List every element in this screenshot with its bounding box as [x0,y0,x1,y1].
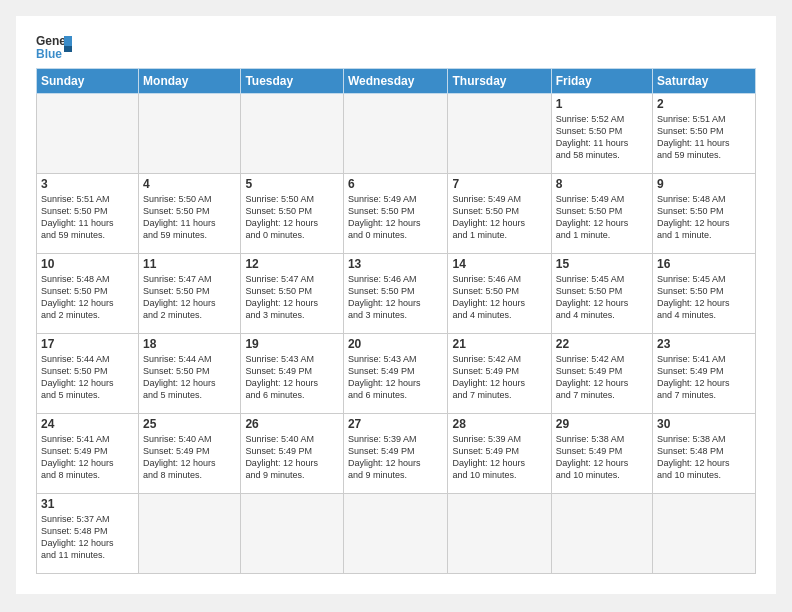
calendar-cell: 18Sunrise: 5:44 AM Sunset: 5:50 PM Dayli… [139,334,241,414]
day-number: 30 [657,417,751,431]
day-number: 14 [452,257,546,271]
day-number: 23 [657,337,751,351]
weekday-header-saturday: Saturday [653,69,756,94]
day-number: 15 [556,257,648,271]
day-info: Sunrise: 5:43 AM Sunset: 5:49 PM Dayligh… [245,353,339,402]
day-info: Sunrise: 5:51 AM Sunset: 5:50 PM Dayligh… [41,193,134,242]
day-number: 24 [41,417,134,431]
day-number: 6 [348,177,444,191]
calendar-cell: 13Sunrise: 5:46 AM Sunset: 5:50 PM Dayli… [343,254,448,334]
day-info: Sunrise: 5:42 AM Sunset: 5:49 PM Dayligh… [556,353,648,402]
calendar-week-5: 31Sunrise: 5:37 AM Sunset: 5:48 PM Dayli… [37,494,756,574]
day-info: Sunrise: 5:40 AM Sunset: 5:49 PM Dayligh… [245,433,339,482]
day-number: 25 [143,417,236,431]
day-info: Sunrise: 5:47 AM Sunset: 5:50 PM Dayligh… [245,273,339,322]
day-info: Sunrise: 5:49 AM Sunset: 5:50 PM Dayligh… [348,193,444,242]
calendar-cell [343,494,448,574]
calendar-cell: 1Sunrise: 5:52 AM Sunset: 5:50 PM Daylig… [551,94,652,174]
day-info: Sunrise: 5:50 AM Sunset: 5:50 PM Dayligh… [245,193,339,242]
day-number: 20 [348,337,444,351]
day-info: Sunrise: 5:47 AM Sunset: 5:50 PM Dayligh… [143,273,236,322]
day-number: 16 [657,257,751,271]
day-number: 10 [41,257,134,271]
day-number: 5 [245,177,339,191]
day-info: Sunrise: 5:45 AM Sunset: 5:50 PM Dayligh… [657,273,751,322]
calendar-cell: 8Sunrise: 5:49 AM Sunset: 5:50 PM Daylig… [551,174,652,254]
calendar-cell: 23Sunrise: 5:41 AM Sunset: 5:49 PM Dayli… [653,334,756,414]
calendar-cell: 20Sunrise: 5:43 AM Sunset: 5:49 PM Dayli… [343,334,448,414]
calendar-cell [241,94,344,174]
day-number: 18 [143,337,236,351]
day-number: 31 [41,497,134,511]
weekday-header-sunday: Sunday [37,69,139,94]
logo: General Blue [36,32,76,60]
day-info: Sunrise: 5:38 AM Sunset: 5:49 PM Dayligh… [556,433,648,482]
calendar-cell: 15Sunrise: 5:45 AM Sunset: 5:50 PM Dayli… [551,254,652,334]
calendar-cell: 24Sunrise: 5:41 AM Sunset: 5:49 PM Dayli… [37,414,139,494]
day-info: Sunrise: 5:41 AM Sunset: 5:49 PM Dayligh… [41,433,134,482]
day-info: Sunrise: 5:41 AM Sunset: 5:49 PM Dayligh… [657,353,751,402]
svg-marker-3 [64,46,72,52]
day-number: 28 [452,417,546,431]
calendar-cell [139,94,241,174]
day-info: Sunrise: 5:46 AM Sunset: 5:50 PM Dayligh… [348,273,444,322]
calendar-cell: 6Sunrise: 5:49 AM Sunset: 5:50 PM Daylig… [343,174,448,254]
calendar-cell: 7Sunrise: 5:49 AM Sunset: 5:50 PM Daylig… [448,174,551,254]
weekday-header-thursday: Thursday [448,69,551,94]
weekday-header-tuesday: Tuesday [241,69,344,94]
calendar-cell: 19Sunrise: 5:43 AM Sunset: 5:49 PM Dayli… [241,334,344,414]
calendar-cell: 12Sunrise: 5:47 AM Sunset: 5:50 PM Dayli… [241,254,344,334]
calendar-week-1: 3Sunrise: 5:51 AM Sunset: 5:50 PM Daylig… [37,174,756,254]
day-info: Sunrise: 5:39 AM Sunset: 5:49 PM Dayligh… [452,433,546,482]
calendar-cell: 29Sunrise: 5:38 AM Sunset: 5:49 PM Dayli… [551,414,652,494]
day-info: Sunrise: 5:39 AM Sunset: 5:49 PM Dayligh… [348,433,444,482]
calendar-cell [448,94,551,174]
calendar-page: General Blue SundayMondayTuesdayWednesda… [16,16,776,594]
calendar-cell: 21Sunrise: 5:42 AM Sunset: 5:49 PM Dayli… [448,334,551,414]
day-info: Sunrise: 5:48 AM Sunset: 5:50 PM Dayligh… [657,193,751,242]
calendar-cell: 5Sunrise: 5:50 AM Sunset: 5:50 PM Daylig… [241,174,344,254]
day-number: 12 [245,257,339,271]
calendar-cell: 16Sunrise: 5:45 AM Sunset: 5:50 PM Dayli… [653,254,756,334]
day-info: Sunrise: 5:40 AM Sunset: 5:49 PM Dayligh… [143,433,236,482]
page-header: General Blue [36,32,756,60]
day-number: 26 [245,417,339,431]
calendar-week-3: 17Sunrise: 5:44 AM Sunset: 5:50 PM Dayli… [37,334,756,414]
day-number: 27 [348,417,444,431]
weekday-header-monday: Monday [139,69,241,94]
calendar-cell: 28Sunrise: 5:39 AM Sunset: 5:49 PM Dayli… [448,414,551,494]
day-number: 13 [348,257,444,271]
calendar-cell: 22Sunrise: 5:42 AM Sunset: 5:49 PM Dayli… [551,334,652,414]
calendar-week-4: 24Sunrise: 5:41 AM Sunset: 5:49 PM Dayli… [37,414,756,494]
svg-text:Blue: Blue [36,47,62,60]
day-number: 8 [556,177,648,191]
day-info: Sunrise: 5:42 AM Sunset: 5:49 PM Dayligh… [452,353,546,402]
calendar-cell [37,94,139,174]
calendar-header: SundayMondayTuesdayWednesdayThursdayFrid… [37,69,756,94]
day-info: Sunrise: 5:37 AM Sunset: 5:48 PM Dayligh… [41,513,134,562]
day-info: Sunrise: 5:44 AM Sunset: 5:50 PM Dayligh… [41,353,134,402]
day-number: 2 [657,97,751,111]
day-info: Sunrise: 5:49 AM Sunset: 5:50 PM Dayligh… [556,193,648,242]
logo-icon: General Blue [36,32,72,60]
calendar-week-2: 10Sunrise: 5:48 AM Sunset: 5:50 PM Dayli… [37,254,756,334]
day-info: Sunrise: 5:45 AM Sunset: 5:50 PM Dayligh… [556,273,648,322]
calendar-cell: 25Sunrise: 5:40 AM Sunset: 5:49 PM Dayli… [139,414,241,494]
calendar-cell [448,494,551,574]
day-info: Sunrise: 5:51 AM Sunset: 5:50 PM Dayligh… [657,113,751,162]
calendar-cell: 17Sunrise: 5:44 AM Sunset: 5:50 PM Dayli… [37,334,139,414]
day-number: 29 [556,417,648,431]
calendar-cell: 11Sunrise: 5:47 AM Sunset: 5:50 PM Dayli… [139,254,241,334]
calendar-body: 1Sunrise: 5:52 AM Sunset: 5:50 PM Daylig… [37,94,756,574]
calendar-cell: 27Sunrise: 5:39 AM Sunset: 5:49 PM Dayli… [343,414,448,494]
calendar-cell: 31Sunrise: 5:37 AM Sunset: 5:48 PM Dayli… [37,494,139,574]
calendar-cell [241,494,344,574]
calendar-cell: 26Sunrise: 5:40 AM Sunset: 5:49 PM Dayli… [241,414,344,494]
weekday-header-row: SundayMondayTuesdayWednesdayThursdayFrid… [37,69,756,94]
day-number: 7 [452,177,546,191]
day-number: 4 [143,177,236,191]
day-number: 22 [556,337,648,351]
weekday-header-wednesday: Wednesday [343,69,448,94]
day-number: 17 [41,337,134,351]
day-info: Sunrise: 5:46 AM Sunset: 5:50 PM Dayligh… [452,273,546,322]
